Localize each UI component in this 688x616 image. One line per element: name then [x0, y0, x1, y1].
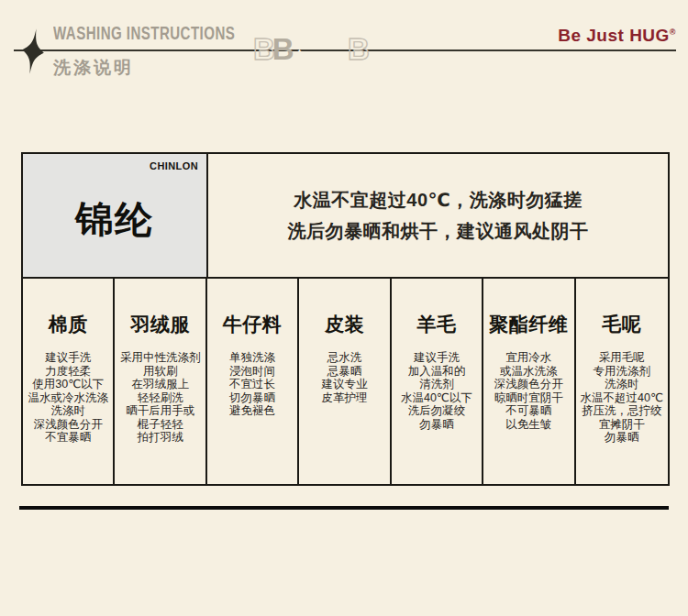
care-line: 皮革护理: [299, 391, 389, 405]
summary-line: 洗后勿暴晒和烘干，建议通风处阴干: [288, 215, 589, 247]
care-line: 拍打羽绒: [115, 431, 205, 445]
decor-letter-group: BB✦✦: [253, 34, 292, 64]
care-line: 切勿暴晒: [207, 391, 297, 405]
care-line: 专用洗涤剂: [576, 365, 668, 379]
care-line: 单独洗涤: [207, 351, 297, 365]
care-column-lines: 采用毛呢专用洗涤剂洗涤时水温不超过40℃挤压洗，忌拧绞宜摊阴干勿暴晒: [576, 351, 668, 445]
fabric-name-zh: 锦纶: [75, 194, 154, 245]
sparkle-icon: [19, 28, 48, 76]
care-line: 建议专业: [299, 378, 389, 391]
care-line: 采用中性洗涤剂: [115, 351, 205, 365]
care-line: 宜用冷水: [483, 351, 573, 365]
washing-instructions-table: CHINLON 锦纶 水温不宜超过40℃，洗涤时勿猛搓 洗后勿暴晒和烘干，建议通…: [21, 152, 670, 486]
care-line: 轻轻刷洗: [115, 391, 205, 405]
care-column: 牛仔料 单独洗涤浸泡时间不宜过长切勿暴晒避免褪色: [207, 279, 299, 484]
care-line: 水温40℃以下: [392, 391, 482, 405]
care-line: 建议手洗: [23, 351, 113, 365]
care-line: 不宜过长: [207, 378, 297, 391]
washing-instructions-card: WASHING INSTRUCTIONS 洗涤说明 BB✦✦ B Be Just…: [0, 0, 688, 616]
care-column-lines: 单独洗涤浸泡时间不宜过长切勿暴晒避免褪色: [207, 351, 297, 418]
care-line: 在羽绒服上: [115, 378, 205, 391]
care-column-lines: 采用中性洗涤剂用软刷在羽绒服上轻轻刷洗晒干后用手或棍子轻轻拍打羽绒: [115, 351, 205, 445]
care-column-title: 棉质: [23, 314, 113, 336]
header-divider-line: [14, 50, 676, 51]
care-line: 洗涤时: [23, 404, 113, 418]
care-column-title: 毛呢: [576, 314, 668, 336]
summary-line: 水温不宜超过40℃，洗涤时勿猛搓: [294, 184, 582, 215]
care-column-title: 牛仔料: [207, 314, 297, 336]
care-line: 忌暴晒: [299, 365, 389, 379]
care-column: 聚酯纤维 宜用冷水或温水洗涤深浅颜色分开晾晒时宜阴干不可暴晒以免生皱: [483, 279, 575, 484]
care-line: 建议手洗: [392, 351, 482, 365]
care-column-lines: 宜用冷水或温水洗涤深浅颜色分开晾晒时宜阴干不可暴晒以免生皱: [483, 351, 573, 431]
care-line: 浸泡时间: [207, 365, 297, 379]
care-line: 水温不超过40℃: [576, 391, 668, 405]
care-line: 棍子轻轻: [115, 418, 205, 432]
care-line: 使用30℃以下: [23, 378, 113, 391]
care-line: 深浅颜色分开: [23, 418, 113, 432]
care-column-title: 聚酯纤维: [483, 314, 573, 336]
care-line: 勿暴晒: [576, 431, 668, 445]
brand-logo: Be Just HUG®: [558, 26, 676, 46]
sparkle-cutout-icon: ✦: [294, 38, 299, 46]
care-line: 深浅颜色分开: [483, 378, 573, 391]
care-column: 棉质 建议手洗力度轻柔使用30℃以下温水或冷水洗涤洗涤时深浅颜色分开不宜暴晒: [23, 279, 115, 484]
care-line: 以免生皱: [483, 418, 573, 432]
care-column-title: 羽绒服: [115, 314, 205, 336]
care-column-title: 皮装: [299, 314, 389, 336]
care-line: 勿暴晒: [392, 418, 482, 432]
page-title-en: WASHING INSTRUCTIONS: [53, 24, 235, 45]
care-column-lines: 忌水洗忌暴晒建议专业皮革护理: [299, 351, 389, 404]
care-line: 不可暴晒: [483, 404, 573, 418]
care-column-lines: 建议手洗力度轻柔使用30℃以下温水或冷水洗涤洗涤时深浅颜色分开不宜暴晒: [23, 351, 113, 445]
care-line: 用软刷: [115, 365, 205, 379]
care-column-title: 羊毛: [392, 314, 482, 336]
care-line: 力度轻柔: [23, 365, 113, 379]
page-title-zh: 洗涤说明: [53, 56, 134, 80]
care-line: 晒干后用手或: [115, 404, 205, 418]
care-column: 羊毛 建议手洗加入温和的清洗剂水温40℃以下洗后勿凝绞勿暴晒: [392, 279, 483, 484]
bottom-rule: [19, 506, 669, 510]
care-line: 采用毛呢: [576, 351, 668, 365]
fabric-name-cell: CHINLON 锦纶: [23, 154, 208, 277]
decor-letter-b-outline: B: [253, 32, 272, 66]
care-line: 晾晒时宜阴干: [483, 391, 573, 405]
decor-letter-b-solid: B✦✦: [272, 32, 292, 66]
fabric-care-summary-cell: 水温不宜超过40℃，洗涤时勿猛搓 洗后勿暴晒和烘干，建议通风处阴干: [208, 154, 668, 277]
care-columns: 棉质 建议手洗力度轻柔使用30℃以下温水或冷水洗涤洗涤时深浅颜色分开不宜暴晒 羽…: [23, 279, 668, 484]
fabric-name-en: CHINLON: [150, 160, 198, 171]
decor-letter-b-outline: B: [348, 34, 370, 64]
care-line: 温水或冷水洗涤: [23, 391, 113, 405]
care-line: 忌水洗: [299, 351, 389, 365]
care-column: 羽绒服 采用中性洗涤剂用软刷在羽绒服上轻轻刷洗晒干后用手或棍子轻轻拍打羽绒: [115, 279, 206, 484]
care-line: 宜摊阴干: [576, 418, 668, 432]
care-line: 加入温和的: [392, 365, 482, 379]
care-line: 洗后勿凝绞: [392, 404, 482, 418]
fabric-summary-row: CHINLON 锦纶 水温不宜超过40℃，洗涤时勿猛搓 洗后勿暴晒和烘干，建议通…: [23, 154, 668, 279]
registered-mark: ®: [670, 28, 676, 37]
care-line: 洗涤时: [576, 378, 668, 391]
care-line: 避免褪色: [207, 404, 297, 418]
care-column: 毛呢 采用毛呢专用洗涤剂洗涤时水温不超过40℃挤压洗，忌拧绞宜摊阴干勿暴晒: [576, 279, 668, 484]
care-column: 皮装 忌水洗忌暴晒建议专业皮革护理: [299, 279, 391, 484]
care-column-lines: 建议手洗加入温和的清洗剂水温40℃以下洗后勿凝绞勿暴晒: [392, 351, 482, 431]
care-line: 或温水洗涤: [483, 365, 573, 379]
care-line: 不宜暴晒: [23, 431, 113, 445]
care-line: 挤压洗，忌拧绞: [576, 404, 668, 418]
sparkle-cutout-icon: ✦: [296, 49, 301, 57]
care-line: 清洗剂: [392, 378, 482, 391]
